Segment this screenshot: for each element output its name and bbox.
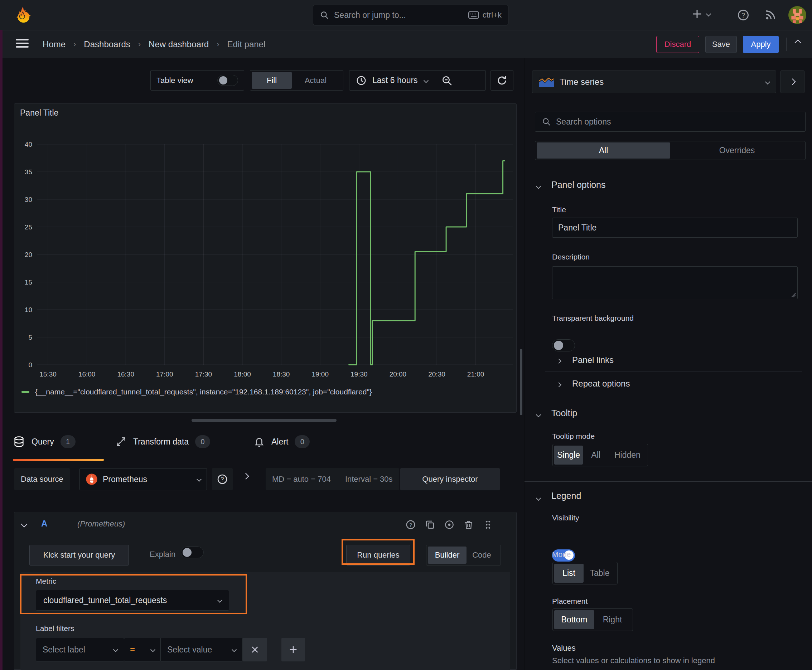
- tooltip-single-option[interactable]: Single: [554, 446, 583, 465]
- x-axis-tick: 21:00: [467, 371, 485, 378]
- search-placeholder: Search or jump to...: [334, 10, 463, 20]
- zoom-out-button[interactable]: [441, 75, 453, 86]
- tooltip-all-option[interactable]: All: [583, 446, 608, 465]
- explain-label: Explain: [150, 550, 175, 559]
- y-axis-tick: 0: [28, 361, 32, 369]
- breadcrumb: Home › Dashboards › New dashboard › Edit…: [42, 30, 265, 58]
- panel-options-chevron[interactable]: [537, 183, 540, 189]
- panel-links-header[interactable]: Panel links: [572, 355, 614, 365]
- visualization-select[interactable]: Time series: [532, 71, 776, 93]
- duplicate-icon[interactable]: [425, 519, 436, 530]
- panel-title[interactable]: Panel Title: [20, 108, 58, 118]
- category-separator: [524, 401, 812, 401]
- menu-toggle-button[interactable]: [16, 37, 29, 50]
- transform-icon: [115, 436, 127, 447]
- breadcrumb-home[interactable]: Home: [42, 39, 66, 49]
- query-inspector-button[interactable]: Query inspector: [400, 468, 500, 490]
- legend-placement-bottom-option[interactable]: Bottom: [554, 610, 594, 629]
- eye-icon[interactable]: [444, 519, 455, 530]
- svg-text:?: ?: [741, 12, 745, 19]
- transparent-background-label: Transparent background: [552, 314, 634, 323]
- legend-mode-label: Mode: [552, 550, 571, 559]
- tooltip-chevron[interactable]: [537, 411, 540, 418]
- metric-value: cloudflared_tunnel_total_requests: [43, 596, 218, 605]
- query-actions: ?: [405, 519, 493, 530]
- description-textarea[interactable]: [552, 266, 798, 299]
- tab-all[interactable]: All: [537, 142, 670, 159]
- repeat-options-header[interactable]: Repeat options: [572, 379, 630, 389]
- table-view-control: Table view: [150, 70, 244, 91]
- x-axis-tick: 15:30: [39, 371, 57, 378]
- table-view-toggle[interactable]: [217, 75, 238, 86]
- breadcrumb-separator: ›: [73, 40, 76, 49]
- label-filter-value-select[interactable]: Select value: [160, 638, 243, 662]
- add-filter-button[interactable]: [281, 638, 305, 662]
- pane-resize-handle[interactable]: [192, 419, 337, 422]
- datasource-expand-chevron[interactable]: [244, 474, 248, 479]
- metric-label: Metric: [36, 577, 56, 585]
- chart-legend[interactable]: {__name__="cloudflared_tunnel_total_requ…: [22, 387, 372, 396]
- datasource-help-button[interactable]: ?: [212, 468, 233, 490]
- time-range-label[interactable]: Last 6 hours: [372, 76, 418, 85]
- help-button[interactable]: ?: [737, 8, 750, 22]
- run-queries-annotation-box: [342, 539, 415, 565]
- time-range-chevron-icon[interactable]: [424, 78, 429, 83]
- tab-overrides[interactable]: Overrides: [670, 142, 804, 159]
- apply-button[interactable]: Apply: [743, 36, 779, 53]
- metric-select[interactable]: cloudflared_tunnel_total_requests: [36, 590, 229, 611]
- kick-start-query-button[interactable]: Kick start your query: [29, 545, 129, 565]
- label-filter-label-select[interactable]: Select label: [36, 638, 124, 662]
- series-name[interactable]: {__name__="cloudflared_tunnel_total_requ…: [35, 387, 372, 396]
- tooltip-header[interactable]: Tooltip: [551, 408, 577, 418]
- datasource-select[interactable]: Prometheus: [80, 468, 207, 490]
- max-data-points: MD = auto = 704: [272, 475, 331, 484]
- panel-links-chevron[interactable]: [557, 358, 561, 364]
- legend-mode-list-option[interactable]: List: [554, 564, 583, 583]
- save-button[interactable]: Save: [705, 36, 737, 53]
- breadcrumb-separator: ›: [138, 40, 141, 49]
- drag-handle-icon[interactable]: [483, 519, 493, 530]
- legend-header[interactable]: Legend: [551, 491, 581, 501]
- discard-button[interactable]: Discard: [656, 36, 699, 53]
- breadcrumb-dashboards[interactable]: Dashboards: [84, 39, 130, 49]
- builder-option[interactable]: Builder: [428, 546, 466, 564]
- tab-query[interactable]: Query 1: [13, 435, 76, 448]
- tooltip-hidden-option[interactable]: Hidden: [609, 446, 646, 465]
- sidebar-scrollbar-thumb[interactable]: [520, 349, 522, 415]
- actual-option[interactable]: Actual: [292, 72, 339, 89]
- title-label: Title: [552, 205, 566, 214]
- transparent-background-toggle[interactable]: [552, 339, 575, 352]
- fill-option[interactable]: Fill: [252, 72, 292, 89]
- time-series-chart[interactable]: 15:3016:0016:3017:0017:3018:0018:3019:00…: [14, 122, 516, 388]
- legend-placement-label: Placement: [552, 597, 588, 606]
- topbar-divider: [727, 8, 727, 22]
- viz-suggestions-button[interactable]: [780, 71, 805, 93]
- refresh-button[interactable]: [490, 70, 514, 91]
- global-search-input[interactable]: Search or jump to... ctrl+k: [313, 5, 509, 25]
- options-search-placeholder: Search options: [556, 117, 611, 127]
- y-axis-tick: 15: [25, 278, 32, 286]
- collapse-pane-button[interactable]: [795, 41, 800, 45]
- breadcrumb-new-dashboard[interactable]: New dashboard: [149, 39, 209, 49]
- explain-toggle[interactable]: [181, 546, 204, 558]
- query-collapse-chevron[interactable]: [22, 521, 27, 528]
- panel-title-input[interactable]: [552, 218, 798, 238]
- repeat-options-chevron[interactable]: [557, 382, 561, 388]
- news-rss-button[interactable]: [764, 8, 777, 22]
- legend-chevron[interactable]: [537, 495, 540, 501]
- remove-filter-button[interactable]: [243, 638, 267, 662]
- query-ref-id[interactable]: A: [41, 519, 47, 529]
- add-new-button[interactable]: [691, 8, 710, 20]
- help-icon[interactable]: ?: [405, 519, 416, 530]
- trash-icon[interactable]: [463, 519, 474, 530]
- tab-alert[interactable]: Alert 0: [253, 435, 310, 448]
- options-search-input[interactable]: Search options: [535, 112, 805, 132]
- label-filter-operator-select[interactable]: =: [124, 638, 161, 662]
- code-option[interactable]: Code: [466, 546, 497, 564]
- tab-transform-data[interactable]: Transform data 0: [115, 435, 210, 448]
- panel-options-header[interactable]: Panel options: [551, 180, 606, 190]
- legend-mode-table-option[interactable]: Table: [583, 564, 616, 583]
- grafana-logo-icon[interactable]: [14, 6, 32, 24]
- legend-placement-right-option[interactable]: Right: [594, 610, 631, 629]
- user-avatar[interactable]: [788, 6, 806, 24]
